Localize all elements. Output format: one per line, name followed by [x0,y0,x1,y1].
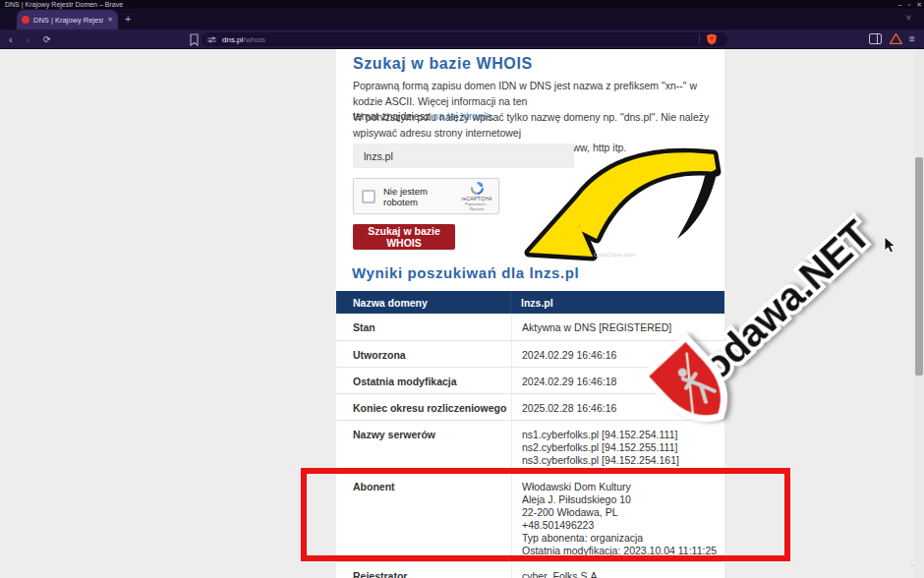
domain-search-input[interactable] [353,144,574,168]
table-row: Utworzona 2024.02.29 16:46:16 [336,341,724,368]
site-settings-icon[interactable] [207,35,216,44]
tab-strip: DNS | Krajowy Rejestr Domen ✕ + ˅ [0,9,924,29]
table-row: Stan Aktywna w DNS [REGISTERED] [336,314,724,341]
scrollbar-thumb[interactable] [915,157,923,376]
tab-title: DNS | Krajowy Rejestr Domen [33,16,103,25]
forward-button[interactable]: › [27,32,30,46]
recaptcha-label: Nie jestem robotem [383,186,458,207]
window-titlebar: DNS | Krajowy Rejestr Domen – Brave – ▫ … [0,0,924,9]
recaptcha-logo-icon [471,182,484,195]
omnibox-divider [699,34,700,44]
table-header-row: Nazwa domeny lnzs.pl [336,291,724,314]
recaptcha-terms-links[interactable]: Prywatność - Warunki [460,202,493,210]
page-viewport: Szukaj w bazie WHOIS Poprawną formą zapi… [0,49,924,578]
recaptcha-checkbox[interactable] [362,190,375,203]
table-header-value: lnzs.pl [511,297,724,309]
dns-favicon [22,16,29,24]
table-row: Nazwy serwerów ns1.cyberfolks.pl [94.152… [336,421,724,473]
close-button[interactable]: ✕ [916,0,922,9]
table-row: Rejestrator cyber_Folks S.A. [336,562,724,578]
recaptcha-widget[interactable]: Nie jestem robotem reCAPTCHA Prywatność … [353,178,499,214]
bookmark-icon[interactable] [189,33,200,46]
sidebar-icon[interactable] [869,33,882,44]
address-bar[interactable]: dns.pl/whois [202,32,727,46]
table-row: Ostatnia modyfikacja 2024.02.29 16:46:18 [336,368,724,394]
tab-close-icon[interactable]: ✕ [107,16,113,24]
reload-button[interactable]: ⟳ [43,32,51,46]
mouse-cursor [884,236,896,254]
whois-results-table: Nazwa domeny lnzs.pl Stan Aktywna w DNS … [336,291,724,578]
whois-search-heading: Szukaj w bazie WHOIS [353,55,533,73]
whois-search-button[interactable]: Szukaj w bazie WHOIS [353,224,455,250]
maximize-button[interactable]: ▫ [908,0,910,9]
brave-shield-icon[interactable] [706,33,718,45]
brave-rewards-icon[interactable] [890,33,902,44]
table-header-label: Nazwa domeny [336,291,511,314]
results-heading: Wyniki poszukiwań dla lnzs.pl [352,264,579,281]
recaptcha-brand: reCAPTCHA Prywatność - Warunki [458,182,495,211]
new-tab-button[interactable]: + [125,14,131,25]
tab-dns-pl[interactable]: DNS | Krajowy Rejestr Domen ✕ [17,10,118,29]
table-row-abonent: Abonent Włodawski Dom Kultury Aleja J. P… [336,473,724,562]
vertical-scrollbar[interactable] [914,49,924,578]
table-row: Koniec okresu rozliczeniowego 2025.02.28… [336,394,724,421]
menu-icon[interactable]: ≡ [909,32,915,46]
navigation-toolbar: ‹ › ⟳ dns.pl/whois ≡ [0,29,924,49]
browser-window: DNS | Krajowy Rejestr Domen – Brave – ▫ … [0,0,924,578]
window-title: DNS | Krajowy Rejestr Domen – Brave [5,0,123,9]
minimize-button[interactable]: – [898,0,902,9]
url-path: /whois [243,35,265,44]
back-button[interactable]: ‹ [9,32,13,46]
url-domain: dns.pl [222,35,243,44]
tab-search-chevron-icon[interactable]: ˅ [906,13,911,23]
